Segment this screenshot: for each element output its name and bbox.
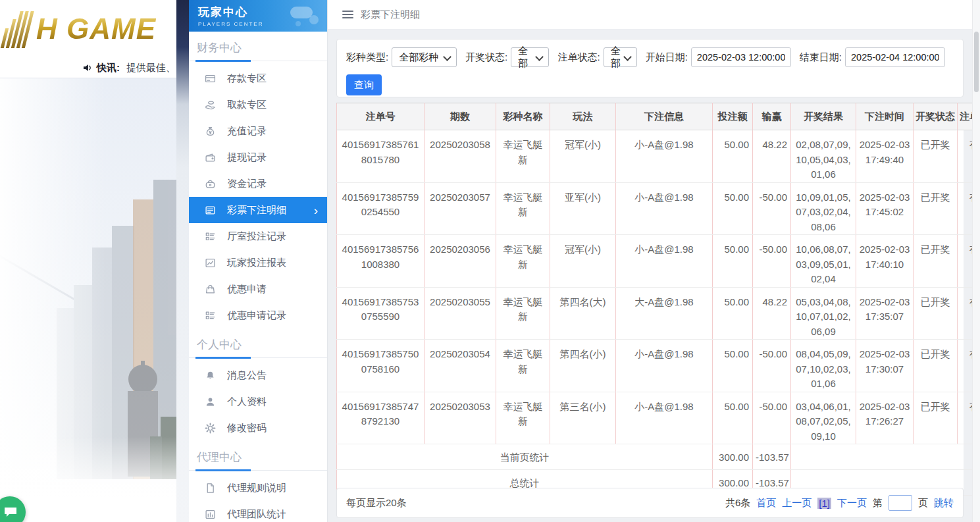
bell-icon [205,370,216,381]
pagination-bar: 每页显示20条 共6条 首页 上一页 [1] 下一页 第 页 跳转 [336,488,964,518]
cell-period: 20250203055 [425,287,496,340]
page-size-text: 每页显示20条 [346,497,407,509]
first-page-link[interactable]: 首页 [756,497,776,509]
jump-suffix-text: 页 [918,497,928,509]
sidebar: 玩家中心 PLAYERS CENTER 财务中心存款专区取款专区充值记录提现记录… [189,0,328,522]
start-date-input[interactable] [691,47,791,67]
page: H GAME 快讯: 提供最佳、 [0,0,980,522]
sidebar-item-funds-records[interactable]: 资金记录 [189,170,327,197]
sidebar-item-recharge-records[interactable]: 充值记录 [189,118,327,144]
logo-bars-icon [1,10,36,48]
sidebar-item-messages[interactable]: 消息公告 [189,362,327,388]
cell-draw-result: 02,08,07,09,10,05,04,03,01,06 [791,130,856,183]
sidebar-item-lottery-bet-details[interactable]: 彩票下注明细› [189,197,327,223]
money-bag-icon [205,126,216,137]
sidebar-item-label: 修改密码 [227,422,267,434]
page-summary-bet: 300.00 [713,444,753,470]
news-ticker: 快讯: 提供最佳、 [0,58,176,78]
sidebar-header: 玩家中心 PLAYERS CENTER [189,0,327,32]
cell-draw-status: 已开奖 [914,182,958,235]
cell-bet-amount: 50.00 [713,235,753,288]
cell-period: 20250203057 [425,182,496,235]
end-date-input[interactable] [845,47,945,67]
cell-win-loss: -50.00 [753,182,791,235]
cell-bet-amount: 50.00 [713,130,753,183]
column-header-win-loss: 输赢 [753,103,791,130]
draw-status-label: 开奖状态: [465,51,507,64]
clipboard-icon [205,310,216,321]
cell-draw-status: 已开奖 [914,235,958,288]
cell-bet-info: 小-A盘@1.98 [616,182,713,235]
cell-win-loss: -50.00 [753,235,791,288]
cell-bet-time: 2025-02-03 17:40:10 [856,235,914,288]
main-content: 彩票下注明细 彩种类型: 全部彩种 开奖状态: 全部 注单状态: 全部 开始日期… [328,0,980,522]
sidebar-item-promo-apply[interactable]: 优惠申请 [189,276,327,302]
page-summary-label: 当前页统计 [337,444,713,470]
sidebar-item-withdraw-records[interactable]: 提现记录 [189,144,327,170]
page-jump-input[interactable] [889,495,912,511]
draw-status-select[interactable]: 全部 [511,47,549,67]
bank-card-icon [205,73,216,84]
sidebar-item-change-password[interactable]: 修改密码 [189,415,327,441]
sidebar-item-label: 提现记录 [227,151,267,164]
lottery-type-select[interactable]: 全部彩种 [392,47,457,67]
sidebar-item-withdraw-area[interactable]: 取款专区 [189,91,327,118]
table-header-row: 注单号期数彩种名称玩法下注信息投注额输赢开奖结果下注时间开奖状态注单状态 [337,103,980,130]
cell-bet-amount: 50.00 [713,392,753,444]
table-row: 40156917385753075559020250203055幸运飞艇新第四名… [337,287,980,340]
cell-bet-time: 2025-02-03 17:35:07 [856,287,914,340]
section-underline [189,470,327,471]
cell-bet-time: 2025-02-03 17:45:02 [856,182,914,235]
sidebar-item-label: 玩家投注报表 [227,257,286,269]
cell-win-loss: -50.00 [753,340,791,392]
sidebar-item-label: 代理规则说明 [227,482,286,494]
cell-order-no: 401569173857500758160 [337,340,425,392]
cell-bet-info: 小-A盘@1.98 [616,235,713,288]
cell-period: 20250203058 [425,130,496,183]
filter-panel: 彩种类型: 全部彩种 开奖状态: 全部 注单状态: 全部 开始日期: 结束日期:… [336,39,964,97]
sidebar-item-hall-bet-records[interactable]: 厅室投注记录 [189,223,327,249]
draw-status-value: 全部 [518,45,532,70]
sidebar-item-label: 个人资料 [227,396,267,408]
order-status-label: 注单状态: [557,51,600,64]
cell-draw-status: 已开奖 [914,340,958,392]
sidebar-item-label: 优惠申请记录 [227,309,286,322]
sidebar-item-player-bet-report[interactable]: 玩家投注报表 [189,249,327,276]
cell-play-type: 第四名(大) [550,287,616,340]
order-status-select[interactable]: 全部 [604,47,637,67]
cell-bet-time: 2025-02-03 17:49:40 [856,130,914,183]
prev-page-link[interactable]: 上一页 [782,497,812,509]
sidebar-item-deposit-area[interactable]: 存款专区 [189,65,327,91]
sidebar-sections: 财务中心存款专区取款专区充值记录提现记录资金记录彩票下注明细›厅室投注记录玩家投… [189,32,327,522]
wallet-icon [205,152,216,163]
cell-play-type: 亚军(小) [550,182,616,235]
sidebar-item-label: 优惠申请 [227,283,267,296]
scrollbar-thumb[interactable] [974,32,979,92]
next-page-link[interactable]: 下一页 [837,497,867,509]
cell-play-type: 第四名(小) [550,340,616,392]
column-header-play-type: 玩法 [550,103,616,130]
sidebar-item-profile[interactable]: 个人资料 [189,388,327,415]
cell-play-type: 第三名(小) [550,392,616,444]
vertical-scrollbar[interactable] [972,0,980,522]
user-icon [205,396,216,407]
jump-button[interactable]: 跳转 [934,497,954,509]
cell-order-no: 401569173857530755590 [337,287,425,340]
total-count-text: 共6条 [725,497,750,509]
hamburger-icon[interactable] [342,11,353,18]
order-status-value: 全部 [611,45,621,70]
sidebar-item-agent-rules[interactable]: 代理规则说明 [189,475,327,501]
cell-bet-time: 2025-02-03 17:30:07 [856,340,914,392]
table-row: 40156917385747879213020250203053幸运飞艇新第三名… [337,392,980,444]
logo-text: H GAME [36,13,156,45]
search-button[interactable]: 查询 [346,74,382,95]
sidebar-item-agent-team-stats[interactable]: 代理团队统计 [189,501,327,522]
chevron-right-icon: › [314,204,318,217]
sidebar-item-promo-apply-records[interactable]: 优惠申请记录 [189,302,327,328]
cell-win-loss: -50.00 [753,392,791,444]
sidebar-item-label: 彩票下注明细 [227,204,286,217]
column-header-bet-amount: 投注额 [713,103,753,130]
bet-table: 注单号期数彩种名称玩法下注信息投注额输赢开奖结果下注时间开奖状态注单状态 401… [336,103,980,496]
sidebar-item-label: 资金记录 [227,178,267,190]
cell-bet-info: 小-A盘@1.98 [616,340,713,392]
